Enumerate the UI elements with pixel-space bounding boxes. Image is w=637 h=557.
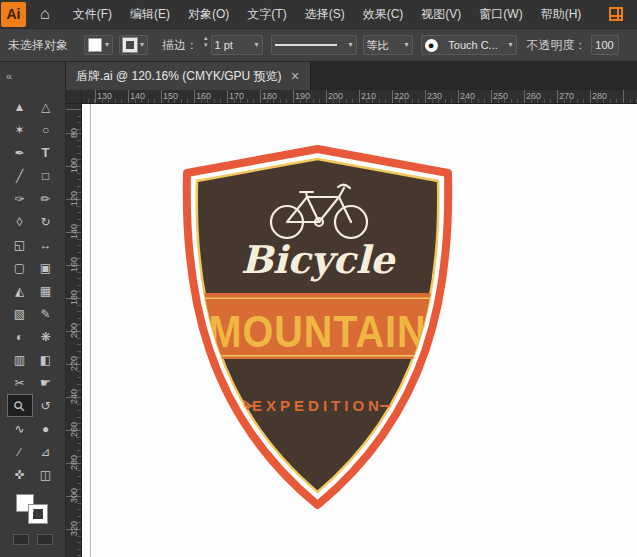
lasso-tool[interactable]: ○: [34, 119, 58, 140]
chevron-down-icon: ▾: [405, 41, 409, 49]
eraser-tool[interactable]: ◊: [8, 211, 32, 232]
close-icon[interactable]: ✕: [291, 70, 300, 83]
stroke-swatch: [123, 38, 137, 52]
shape-builder-icon: ▣: [40, 261, 51, 275]
stroke-color-dropdown[interactable]: ▾: [119, 35, 148, 55]
width-tool[interactable]: ↔: [34, 234, 58, 255]
stroke-color-box[interactable]: [29, 505, 47, 523]
blend-icon: ◐: [16, 330, 23, 344]
blend-tool[interactable]: ◐: [8, 326, 32, 347]
stroke-weight-stepper[interactable]: ▴ ▾: [204, 38, 208, 52]
symbol-sprayer-icon: ❋: [40, 330, 50, 344]
h-ruler-number: 220: [394, 91, 409, 101]
toolbar-collapse-button[interactable]: «: [0, 62, 66, 90]
shape-builder-tool[interactable]: ▣: [34, 257, 58, 278]
artboard-tool[interactable]: ◧: [34, 349, 58, 370]
magic-wand-tool[interactable]: ✶: [8, 119, 32, 140]
chevron-down-icon: ▾: [105, 41, 109, 49]
illustrator-window: Ai ⌂ 文件(F)编辑(E)对象(O)文字(T)选择(S)效果(C)视图(V)…: [0, 0, 637, 557]
blob-brush-icon: ●: [42, 422, 49, 436]
blob-brush-tool[interactable]: ●: [34, 418, 58, 439]
menu-item-6[interactable]: 视图(V): [412, 0, 470, 28]
symbol-sprayer-tool[interactable]: ❋: [34, 326, 58, 347]
pencil-icon: ✏: [40, 192, 50, 206]
stroke-weight-field[interactable]: 1 pt ▾: [211, 35, 263, 55]
hand-tool[interactable]: ☛: [34, 372, 58, 393]
brush-preview-icon: ●: [425, 39, 438, 52]
type-tool[interactable]: T: [34, 142, 58, 163]
opacity-field[interactable]: 100: [591, 35, 619, 55]
selection-tool[interactable]: ▲: [8, 96, 32, 117]
menu-item-7[interactable]: 窗口(W): [470, 0, 531, 28]
rectangle-tool[interactable]: □: [34, 165, 58, 186]
pen-tool[interactable]: ✒: [8, 142, 32, 163]
eraser-icon: ◊: [17, 215, 23, 229]
menu-item-0[interactable]: 文件(F): [64, 0, 121, 28]
width-profile-dropdown[interactable]: 等比 ▾: [363, 35, 413, 55]
h-ruler-number: 140: [130, 91, 145, 101]
menu-item-2[interactable]: 对象(O): [179, 0, 238, 28]
vertical-ruler[interactable]: 80100120140160180200220240260280300320: [66, 104, 82, 557]
document-tab[interactable]: 盾牌.ai @ 120.16% (CMYK/GPU 预览) ✕: [66, 62, 311, 90]
stroke-line-preview: [275, 44, 337, 46]
artboard-edge: [90, 104, 91, 557]
shield-badge-artwork[interactable]: Bicycle MOUNTAIN EXPEDITION: [175, 145, 460, 510]
knife-tool[interactable]: ∕: [8, 441, 32, 462]
eyedropper-tool[interactable]: ✎: [34, 303, 58, 324]
menu-item-5[interactable]: 效果(C): [354, 0, 413, 28]
puppet-warp-tool[interactable]: ✜: [8, 464, 32, 485]
eyedropper-icon: ✎: [40, 307, 50, 321]
print-tiling-tool[interactable]: ◫: [34, 464, 58, 485]
tools-grid: ▲△✶○✒T╱□✑✏◊↻◱↔▢▣◭▦▧✎◐❋▥◧✂☛⚲↺∿●∕⊿✜◫: [7, 95, 59, 486]
h-ruler-number: 190: [295, 91, 310, 101]
curvature-icon: ∿: [14, 422, 24, 436]
column-graph-tool[interactable]: ▥: [8, 349, 32, 370]
pencil-tool[interactable]: ✏: [34, 188, 58, 209]
line-segment-tool[interactable]: ╱: [8, 165, 32, 186]
zoom-tool[interactable]: ⚲: [8, 395, 32, 416]
menu-item-4[interactable]: 选择(S): [296, 0, 354, 28]
menu-item-1[interactable]: 编辑(E): [121, 0, 179, 28]
horizontal-ruler[interactable]: 1301401501601701801902002102202302402502…: [82, 90, 637, 104]
free-transform-tool[interactable]: ▢: [8, 257, 32, 278]
direct-selection-tool[interactable]: △: [34, 96, 58, 117]
chevron-down-icon: ▾: [140, 41, 144, 49]
ruler-origin-corner[interactable]: [66, 90, 82, 104]
paintbrush-icon: ✑: [14, 192, 24, 206]
perspective-grid-tool[interactable]: ◭: [8, 280, 32, 301]
scale-tool[interactable]: ◱: [8, 234, 32, 255]
rotate-tool[interactable]: ↻: [34, 211, 58, 232]
menu-item-8[interactable]: 帮助(H): [532, 0, 591, 28]
menu-list: 文件(F)编辑(E)对象(O)文字(T)选择(S)效果(C)视图(V)窗口(W)…: [64, 0, 591, 28]
fill-color-dropdown[interactable]: ▾: [84, 35, 113, 55]
paintbrush-tool[interactable]: ✑: [8, 188, 32, 209]
measure-tool[interactable]: ⊿: [34, 441, 58, 462]
h-ruler-number: 240: [460, 91, 475, 101]
v-ruler-number: 300: [69, 489, 79, 503]
mesh-tool[interactable]: ▦: [34, 280, 58, 301]
screen-mode-icon[interactable]: [37, 534, 53, 545]
workspace-switcher-icon[interactable]: [609, 7, 623, 21]
brush-dropdown[interactable]: ● Touch C... ▾: [421, 35, 517, 55]
control-bar: 未选择对象 ▾ ▾ 描边： ▴ ▾ 1 pt ▾ ▾ 等比 ▾ ● To: [0, 28, 637, 62]
stroke-style-dropdown[interactable]: ▾: [271, 35, 357, 55]
line-segment-icon: ╱: [16, 169, 23, 183]
opacity-label: 不透明度：: [527, 37, 587, 54]
h-ruler-number: 230: [427, 91, 442, 101]
slice-tool[interactable]: ✂: [8, 372, 32, 393]
badge-script-text: Bicycle: [241, 237, 396, 282]
rotate-view-tool[interactable]: ↺: [34, 395, 58, 416]
curvature-tool[interactable]: ∿: [8, 418, 32, 439]
fill-stroke-widget[interactable]: [16, 494, 50, 526]
direct-selection-icon: △: [41, 100, 50, 114]
badge-band-pinstripe-top: [175, 298, 460, 300]
drawing-mode-icon[interactable]: [13, 534, 29, 545]
selection-icon: ▲: [14, 100, 26, 114]
home-icon[interactable]: ⌂: [40, 6, 50, 22]
rotate-icon: ↻: [40, 215, 50, 229]
menu-item-3[interactable]: 文字(T): [238, 0, 295, 28]
h-ruler-number: 200: [328, 91, 343, 101]
canvas-area[interactable]: Bicycle MOUNTAIN EXPEDITION: [82, 104, 637, 557]
h-ruler-number: 210: [361, 91, 376, 101]
gradient-tool[interactable]: ▧: [8, 303, 32, 324]
